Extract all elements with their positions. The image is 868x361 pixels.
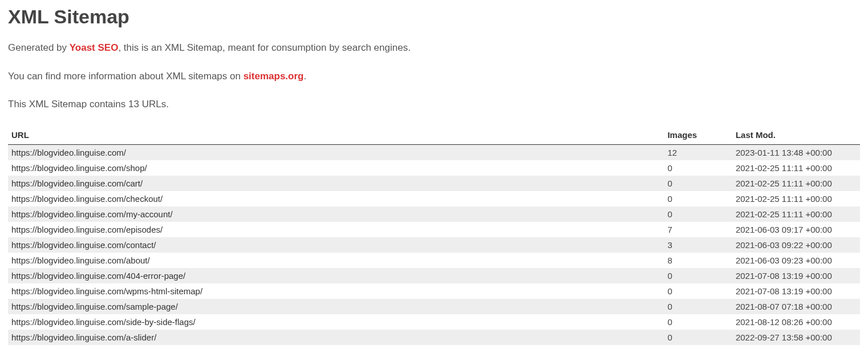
url-count-text: This XML Sitemap contains 13 URLs. — [8, 97, 860, 112]
generated-by-text: Generated by Yoast SEO, this is an XML S… — [8, 40, 860, 55]
table-row: https://blogvideo.linguise.com/cart/0202… — [8, 176, 860, 191]
cell-url: https://blogvideo.linguise.com/wpms-html… — [8, 283, 664, 299]
cell-url: https://blogvideo.linguise.com/my-accoun… — [8, 206, 664, 222]
table-row: https://blogvideo.linguise.com/about/820… — [8, 253, 860, 268]
table-row: https://blogvideo.linguise.com/checkout/… — [8, 191, 860, 206]
cell-lastmod: 2021-08-12 08:26 +00:00 — [732, 314, 860, 330]
sitemap-url-link[interactable]: https://blogvideo.linguise.com/a-slider/ — [11, 332, 156, 342]
table-row: https://blogvideo.linguise.com/a-slider/… — [8, 330, 860, 345]
cell-lastmod: 2021-08-07 07:18 +00:00 — [732, 299, 860, 314]
cell-lastmod: 2023-01-11 13:48 +00:00 — [732, 144, 860, 160]
cell-url: https://blogvideo.linguise.com/about/ — [8, 253, 664, 268]
cell-url: https://blogvideo.linguise.com/a-slider/ — [8, 330, 664, 345]
cell-url: https://blogvideo.linguise.com/sample-pa… — [8, 299, 664, 314]
cell-images: 0 — [664, 206, 732, 222]
sitemap-url-link[interactable]: https://blogvideo.linguise.com/404-error… — [11, 271, 185, 281]
header-lastmod: Last Mod. — [732, 125, 860, 145]
sitemap-url-link[interactable]: https://blogvideo.linguise.com/side-by-s… — [11, 317, 196, 327]
header-url: URL — [8, 125, 664, 145]
table-row: https://blogvideo.linguise.com/shop/0202… — [8, 160, 860, 176]
cell-lastmod: 2021-02-25 11:11 +00:00 — [732, 176, 860, 191]
sitemap-url-link[interactable]: https://blogvideo.linguise.com/ — [11, 148, 126, 157]
cell-images: 0 — [664, 268, 732, 283]
cell-images: 0 — [664, 176, 732, 191]
cell-lastmod: 2021-07-08 13:19 +00:00 — [732, 268, 860, 283]
cell-lastmod: 2021-06-03 09:17 +00:00 — [732, 222, 860, 237]
sitemaps-org-link[interactable]: sitemaps.org — [244, 71, 304, 82]
cell-lastmod: 2021-02-25 11:11 +00:00 — [732, 206, 860, 222]
cell-lastmod: 2021-07-08 13:19 +00:00 — [732, 283, 860, 299]
sitemap-url-link[interactable]: https://blogvideo.linguise.com/my-accoun… — [11, 209, 173, 219]
table-row: https://blogvideo.linguise.com/episodes/… — [8, 222, 860, 237]
table-row: https://blogvideo.linguise.com/my-accoun… — [8, 206, 860, 222]
cell-lastmod: 2022-09-27 13:58 +00:00 — [732, 330, 860, 345]
cell-url: https://blogvideo.linguise.com/side-by-s… — [8, 314, 664, 330]
cell-url: https://blogvideo.linguise.com/episodes/ — [8, 222, 664, 237]
sitemap-url-link[interactable]: https://blogvideo.linguise.com/shop/ — [11, 163, 147, 173]
cell-images: 0 — [664, 314, 732, 330]
cell-images: 0 — [664, 160, 732, 176]
header-images: Images — [664, 125, 732, 145]
table-row: https://blogvideo.linguise.com/side-by-s… — [8, 314, 860, 330]
sitemap-table: URL Images Last Mod. https://blogvideo.l… — [8, 125, 860, 345]
info-suffix: . — [303, 71, 306, 82]
table-row: https://blogvideo.linguise.com/wpms-html… — [8, 283, 860, 299]
sitemap-url-link[interactable]: https://blogvideo.linguise.com/episodes/ — [11, 225, 163, 234]
sitemap-url-link[interactable]: https://blogvideo.linguise.com/about/ — [11, 255, 150, 265]
info-prefix: You can find more information about XML … — [8, 71, 244, 82]
table-row: https://blogvideo.linguise.com/404-error… — [8, 268, 860, 283]
table-row: https://blogvideo.linguise.com/122023-01… — [8, 144, 860, 160]
cell-images: 7 — [664, 222, 732, 237]
cell-images: 0 — [664, 299, 732, 314]
cell-lastmod: 2021-02-25 11:11 +00:00 — [732, 191, 860, 206]
sitemap-url-link[interactable]: https://blogvideo.linguise.com/cart/ — [11, 179, 143, 188]
sitemap-url-link[interactable]: https://blogvideo.linguise.com/wpms-html… — [11, 286, 202, 296]
table-row: https://blogvideo.linguise.com/contact/3… — [8, 237, 860, 253]
page-title: XML Sitemap — [8, 6, 860, 28]
yoast-seo-link[interactable]: Yoast SEO — [70, 42, 119, 53]
generated-prefix: Generated by — [8, 42, 70, 53]
table-row: https://blogvideo.linguise.com/sample-pa… — [8, 299, 860, 314]
cell-images: 0 — [664, 191, 732, 206]
cell-images: 12 — [664, 144, 732, 160]
cell-images: 3 — [664, 237, 732, 253]
cell-lastmod: 2021-02-25 11:11 +00:00 — [732, 160, 860, 176]
cell-lastmod: 2021-06-03 09:23 +00:00 — [732, 253, 860, 268]
cell-url: https://blogvideo.linguise.com/ — [8, 144, 664, 160]
sitemaps-info-text: You can find more information about XML … — [8, 69, 860, 84]
cell-url: https://blogvideo.linguise.com/shop/ — [8, 160, 664, 176]
generated-suffix: , this is an XML Sitemap, meant for cons… — [118, 42, 410, 53]
sitemap-url-link[interactable]: https://blogvideo.linguise.com/contact/ — [11, 240, 156, 250]
cell-images: 0 — [664, 283, 732, 299]
cell-url: https://blogvideo.linguise.com/cart/ — [8, 176, 664, 191]
cell-images: 8 — [664, 253, 732, 268]
cell-images: 0 — [664, 330, 732, 345]
cell-url: https://blogvideo.linguise.com/contact/ — [8, 237, 664, 253]
cell-lastmod: 2021-06-03 09:22 +00:00 — [732, 237, 860, 253]
cell-url: https://blogvideo.linguise.com/404-error… — [8, 268, 664, 283]
cell-url: https://blogvideo.linguise.com/checkout/ — [8, 191, 664, 206]
sitemap-url-link[interactable]: https://blogvideo.linguise.com/checkout/ — [11, 194, 163, 204]
sitemap-url-link[interactable]: https://blogvideo.linguise.com/sample-pa… — [11, 302, 178, 311]
